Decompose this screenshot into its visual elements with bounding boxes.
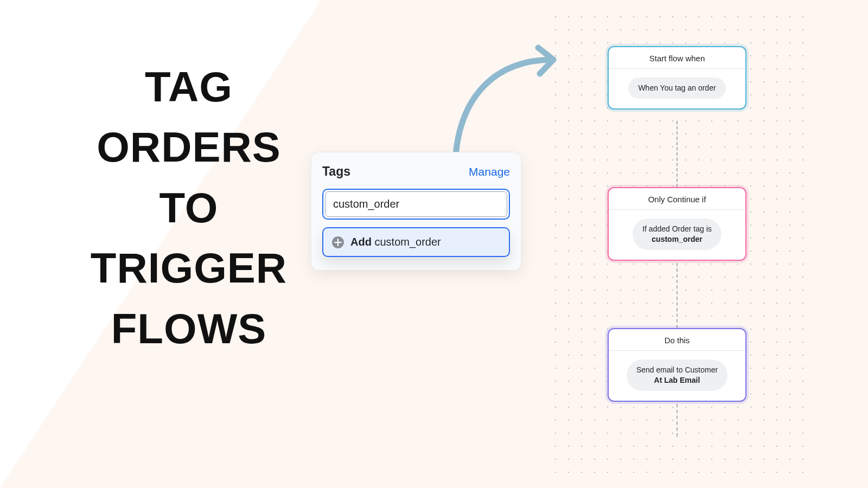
headline-line-1: TAG xyxy=(88,60,289,114)
action-bold: At Lab Email xyxy=(654,376,700,384)
flow-node-start-header: Start flow when xyxy=(609,47,745,69)
plus-circle-icon xyxy=(332,236,344,248)
action-line1: Send email to Customer xyxy=(636,365,718,374)
add-value: custom_order xyxy=(374,236,441,248)
headline-line-4: TRIGGER xyxy=(88,241,289,296)
add-prefix: Add xyxy=(350,236,372,248)
connector-1 xyxy=(676,121,678,187)
connector-3 xyxy=(676,404,678,436)
flow-node-action-header: Do this xyxy=(609,329,745,351)
flow-node-condition-header: Only Continue if xyxy=(609,188,745,210)
flow-node-start[interactable]: Start flow when When You tag an order xyxy=(608,46,746,110)
flow-node-condition-body: If added Order tag is custom_order xyxy=(609,210,745,260)
tags-title: Tags xyxy=(322,164,350,179)
flow-node-action-body: Send email to Customer At Lab Email xyxy=(609,351,745,401)
tags-card-header: Tags Manage xyxy=(322,164,510,179)
headline-line-2: ORDERS xyxy=(88,120,289,175)
flow-node-start-pill: When You tag an order xyxy=(628,78,725,99)
headline-line-5: FLOWS xyxy=(88,301,289,356)
flow-node-action-pill: Send email to Customer At Lab Email xyxy=(627,359,727,391)
flow-node-action[interactable]: Do this Send email to Customer At Lab Em… xyxy=(608,328,746,402)
flow-node-start-body: When You tag an order xyxy=(609,69,745,108)
manage-link[interactable]: Manage xyxy=(469,165,510,178)
add-tag-label: Add custom_order xyxy=(350,236,441,248)
flow-node-condition[interactable]: Only Continue if If added Order tag is c… xyxy=(608,187,746,261)
connector-2 xyxy=(676,263,678,328)
condition-line1: If added Order tag is xyxy=(642,224,712,233)
flow-canvas: Start flow when When You tag an order On… xyxy=(547,8,807,480)
tags-card: Tags Manage Add custom_order xyxy=(311,152,521,271)
flow-node-condition-pill: If added Order tag is custom_order xyxy=(633,219,722,250)
tag-input[interactable] xyxy=(325,191,507,217)
add-tag-option[interactable]: Add custom_order xyxy=(322,227,510,257)
tag-input-focus-ring xyxy=(322,189,510,220)
headline: TAG ORDERS TO TRIGGER FLOWS xyxy=(88,60,289,362)
headline-line-3: TO xyxy=(88,181,289,235)
condition-bold: custom_order xyxy=(652,235,702,243)
